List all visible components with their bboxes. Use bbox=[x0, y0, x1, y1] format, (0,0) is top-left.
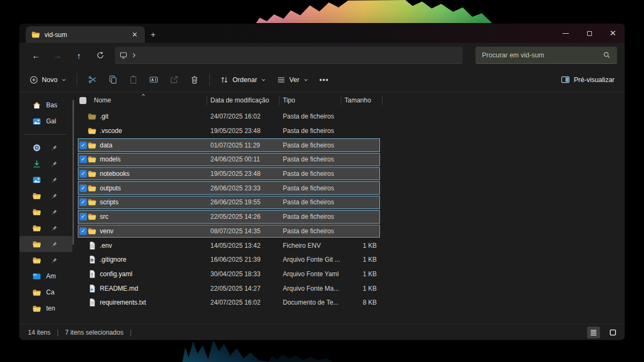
file-rows: ✓ .git 24/07/2025 16:02 Pasta de ficheir… bbox=[75, 108, 625, 310]
column-divider[interactable] bbox=[382, 96, 383, 105]
maximize-button[interactable] bbox=[577, 24, 601, 43]
file-row[interactable]: ✓ venv 08/07/2025 14:35 Pasta de ficheir… bbox=[78, 224, 380, 239]
folder-icon bbox=[32, 304, 41, 313]
file-txt-icon bbox=[87, 241, 97, 250]
sidebar-item[interactable]: Ca bbox=[19, 284, 72, 300]
file-row[interactable]: ✓ notebooks 19/05/2025 23:48 Pasta de fi… bbox=[78, 167, 380, 181]
sidebar-item[interactable] bbox=[19, 220, 72, 236]
sidebar-item[interactable] bbox=[19, 252, 72, 268]
pin-icon bbox=[51, 225, 58, 232]
row-checkbox[interactable]: ✓ bbox=[79, 227, 87, 235]
row-checkbox[interactable]: ✓ bbox=[79, 170, 87, 178]
sidebar-item[interactable] bbox=[19, 172, 72, 188]
column-divider[interactable] bbox=[341, 96, 341, 105]
row-checkbox[interactable]: ✓ bbox=[79, 156, 87, 163]
file-row[interactable]: ✓ outputs 26/06/2025 23:33 Pasta de fich… bbox=[78, 181, 380, 195]
folder-icon bbox=[32, 191, 41, 201]
file-row[interactable]: ✓ .vscode 19/05/2025 23:48 Pasta de fich… bbox=[78, 124, 380, 138]
status-separator: | bbox=[57, 329, 58, 336]
ellipsis-icon: ••• bbox=[319, 76, 329, 84]
rename-icon bbox=[149, 75, 158, 84]
sidebar-item[interactable]: ten bbox=[19, 300, 72, 316]
file-date: 22/05/2025 14:27 bbox=[210, 285, 260, 292]
check-icon: ✓ bbox=[81, 171, 85, 176]
sidebar-scrollbar[interactable] bbox=[72, 100, 74, 245]
tab-vid-sum[interactable]: vid-sum ✕ bbox=[26, 26, 145, 43]
file-row[interactable]: ✓ .git 24/07/2025 16:02 Pasta de ficheir… bbox=[78, 109, 380, 124]
cut-button[interactable] bbox=[83, 71, 102, 89]
file-date: 26/06/2025 19:55 bbox=[210, 198, 260, 206]
file-row[interactable]: ✓ .gitignore 16/06/2025 21:39 Arquivo Fo… bbox=[78, 253, 380, 267]
file-date: 19/05/2025 23:48 bbox=[210, 170, 260, 178]
file-row[interactable]: ✓ README.md 22/05/2025 14:27 Arquivo Fon… bbox=[78, 281, 380, 295]
sidebar-item-label: Ca bbox=[46, 289, 54, 296]
copy-button[interactable] bbox=[103, 71, 122, 89]
delete-button[interactable] bbox=[185, 71, 204, 89]
file-row[interactable]: ✓ requirements.txt 24/07/2025 16:02 Docu… bbox=[78, 295, 380, 310]
column-header-name[interactable]: Nome bbox=[94, 97, 111, 104]
sidebar-item[interactable] bbox=[19, 188, 72, 204]
file-row[interactable]: ✓ scripts 26/06/2025 19:55 Pasta de fich… bbox=[78, 195, 380, 210]
row-checkbox[interactable]: ✓ bbox=[79, 142, 87, 149]
column-divider[interactable] bbox=[207, 96, 207, 105]
column-header-type[interactable]: Tipo bbox=[283, 97, 295, 104]
pin-icon bbox=[51, 241, 58, 248]
file-name: requirements.txt bbox=[100, 299, 146, 306]
folder-icon bbox=[87, 212, 97, 221]
rename-button[interactable] bbox=[144, 71, 163, 89]
thumbnail-view-button[interactable] bbox=[606, 327, 619, 338]
sidebar-item[interactable]: Bas bbox=[19, 97, 72, 113]
column-header-size[interactable]: Tamanho bbox=[345, 97, 371, 104]
details-view-button[interactable] bbox=[587, 327, 600, 338]
select-all-checkbox[interactable] bbox=[79, 97, 86, 104]
file-row[interactable]: ✓ models 24/06/2025 00:11 Pasta de fiche… bbox=[78, 152, 380, 167]
new-tab-button[interactable]: ＋ bbox=[145, 26, 161, 43]
sort-label: Ordenar bbox=[232, 76, 257, 84]
sort-button[interactable]: Ordenar bbox=[215, 71, 271, 89]
file-row[interactable]: ✓ src 22/05/2025 14:26 Pasta de ficheiro… bbox=[78, 210, 380, 224]
preview-label: Pré-visualizar bbox=[574, 76, 614, 84]
new-button[interactable]: Novo bbox=[25, 71, 71, 89]
back-button[interactable]: ← bbox=[27, 47, 45, 64]
sidebar-item[interactable] bbox=[19, 156, 72, 172]
sidebar-item[interactable] bbox=[19, 236, 72, 252]
chevron-down-icon bbox=[261, 77, 266, 83]
file-row[interactable]: ✓ data 01/07/2025 11:29 Pasta de ficheir… bbox=[78, 138, 380, 152]
file-row[interactable]: ✓ config.yaml 30/04/2025 18:33 Arquivo F… bbox=[78, 267, 380, 282]
sidebar-item[interactable] bbox=[19, 139, 72, 156]
forward-button[interactable]: → bbox=[48, 47, 67, 64]
view-button[interactable]: Ver bbox=[272, 71, 313, 89]
share-button[interactable] bbox=[164, 71, 184, 89]
row-checkbox[interactable]: ✓ bbox=[79, 198, 87, 206]
file-type: Pasta de ficheiros bbox=[283, 113, 334, 120]
column-header-date[interactable]: Data de modificação bbox=[210, 97, 269, 104]
search-box[interactable]: Procurar em vid-sum bbox=[475, 47, 617, 64]
file-type: Pasta de ficheiros bbox=[283, 156, 334, 163]
refresh-button[interactable] bbox=[91, 47, 109, 64]
folder-icon bbox=[32, 240, 41, 249]
row-checkbox[interactable]: ✓ bbox=[79, 213, 87, 220]
close-button[interactable]: ✕ bbox=[601, 24, 625, 43]
sidebar-item[interactable]: Gal bbox=[19, 113, 72, 129]
trash-icon bbox=[190, 75, 199, 84]
file-type: Arquivo Fonte Git ... bbox=[283, 256, 340, 263]
file-type: Pasta de ficheiros bbox=[283, 184, 334, 192]
check-icon: ✓ bbox=[81, 143, 85, 148]
paste-button[interactable] bbox=[123, 71, 143, 89]
row-checkbox[interactable]: ✓ bbox=[79, 184, 87, 192]
column-divider[interactable] bbox=[279, 96, 280, 105]
file-date: 22/05/2025 14:26 bbox=[210, 213, 260, 220]
file-type: Pasta de ficheiros bbox=[283, 198, 334, 206]
up-button[interactable]: ↑ bbox=[70, 47, 88, 64]
preview-button[interactable]: Pré-visualizar bbox=[556, 71, 619, 89]
tab-close-icon[interactable]: ✕ bbox=[130, 30, 140, 40]
file-row[interactable]: ✓ .env 14/05/2025 13:42 Ficheiro ENV 1 K… bbox=[78, 238, 380, 253]
minimize-button[interactable]: — bbox=[554, 24, 577, 43]
sidebar-item[interactable] bbox=[19, 204, 72, 220]
folder-icon bbox=[87, 155, 97, 164]
address-bar[interactable] bbox=[115, 47, 463, 64]
more-button[interactable]: ••• bbox=[314, 71, 334, 89]
file-name: .git bbox=[100, 113, 108, 120]
thumbnail-view-icon bbox=[609, 329, 617, 336]
sidebar-item[interactable]: Am bbox=[19, 268, 72, 284]
